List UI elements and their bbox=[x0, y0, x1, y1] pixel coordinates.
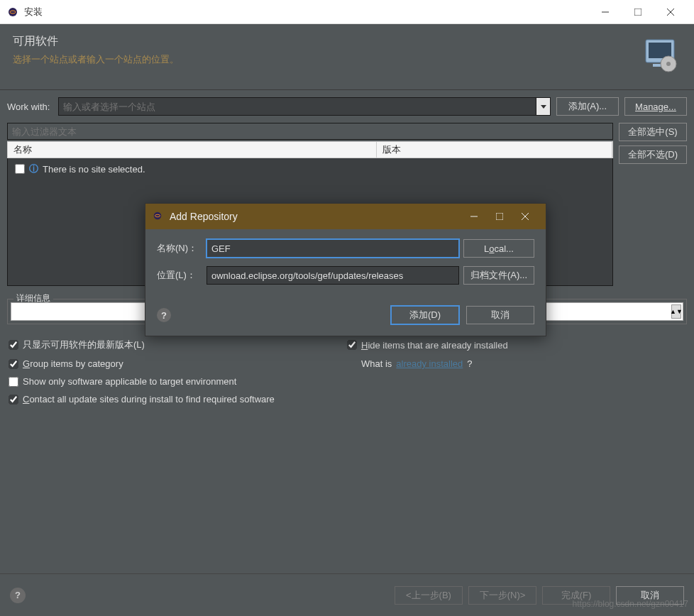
checkbox-input[interactable] bbox=[9, 395, 18, 405]
filter-input[interactable] bbox=[7, 123, 613, 140]
table-row: ⓘ There is no site selected. bbox=[13, 161, 607, 177]
header-subtitle: 选择一个站点或者输入一个站点的位置。 bbox=[13, 53, 179, 66]
cancel-button[interactable]: 取消 bbox=[616, 586, 684, 605]
dialog-close-button[interactable] bbox=[522, 213, 536, 220]
dialog-titlebar[interactable]: Add Repository bbox=[145, 204, 546, 229]
row-checkbox[interactable] bbox=[15, 164, 25, 174]
details-updown[interactable]: ▲▼ bbox=[671, 304, 681, 319]
window-title: 安装 bbox=[24, 6, 589, 18]
add-button[interactable]: 添加(A)... bbox=[556, 97, 619, 116]
archive-button[interactable]: 归档文件(A)... bbox=[463, 266, 534, 285]
checkbox-input[interactable] bbox=[9, 377, 18, 387]
dialog-minimize-button[interactable] bbox=[470, 213, 485, 220]
work-with-dropdown-button[interactable] bbox=[536, 97, 551, 116]
info-icon: ⓘ bbox=[29, 163, 38, 175]
help-button[interactable]: ? bbox=[10, 588, 26, 603]
titlebar: 安装 bbox=[0, 0, 694, 24]
dialog-maximize-button[interactable] bbox=[496, 213, 510, 220]
svg-point-10 bbox=[666, 62, 671, 66]
checkbox-group-by-category[interactable]: Group items by category bbox=[9, 358, 347, 369]
manage-button[interactable]: Manage... bbox=[624, 97, 687, 116]
deselect-all-button[interactable]: 全部不选(D) bbox=[619, 145, 687, 164]
already-installed-link[interactable]: already installed bbox=[396, 358, 463, 369]
dialog-location-label: 位置(L)： bbox=[157, 269, 202, 282]
checkbox-input[interactable] bbox=[347, 340, 357, 350]
add-repository-dialog: Add Repository 名称(N)： Local... 位置(L)： 归档… bbox=[145, 203, 546, 336]
eclipse-icon bbox=[153, 211, 164, 222]
dialog-title: Add Repository bbox=[170, 211, 470, 222]
select-all-button[interactable]: 全部选中(S) bbox=[619, 123, 687, 141]
maximize-button[interactable] bbox=[622, 1, 654, 23]
checkbox-latest-only[interactable]: 只显示可用软件的最新版本(L) bbox=[9, 339, 347, 351]
wizard-footer: ? <上一步(B) 下一步(N)> 完成(F) 取消 bbox=[0, 573, 694, 616]
work-with-combo[interactable] bbox=[58, 97, 551, 116]
checkbox-input[interactable] bbox=[9, 340, 18, 350]
svg-rect-15 bbox=[496, 213, 503, 220]
finish-button: 完成(F) bbox=[542, 586, 610, 605]
svg-rect-3 bbox=[634, 9, 641, 16]
work-with-row: Work with: 添加(A)... Manage... bbox=[7, 97, 687, 116]
dialog-location-input[interactable] bbox=[206, 266, 459, 285]
checkbox-contact-sites[interactable]: Contact all update sites during install … bbox=[9, 394, 685, 405]
column-version[interactable]: 版本 bbox=[377, 142, 612, 158]
dialog-name-input[interactable] bbox=[206, 239, 459, 258]
header-title: 可用软件 bbox=[13, 34, 179, 49]
dialog-cancel-button[interactable]: 取消 bbox=[466, 306, 534, 324]
checkbox-target-env[interactable]: Show only software applicable to target … bbox=[9, 376, 347, 387]
table-header: 名称 版本 bbox=[7, 141, 613, 158]
column-name[interactable]: 名称 bbox=[8, 142, 377, 158]
dialog-add-button[interactable]: 添加(D) bbox=[391, 306, 459, 324]
next-button: 下一步(N)> bbox=[468, 586, 536, 605]
already-installed-hint: What is already installed ? bbox=[347, 358, 685, 369]
svg-marker-11 bbox=[541, 105, 546, 109]
local-button[interactable]: Local... bbox=[463, 239, 534, 258]
dialog-name-label: 名称(N)： bbox=[157, 242, 202, 255]
back-button: <上一步(B) bbox=[395, 586, 463, 605]
work-with-input[interactable] bbox=[58, 97, 536, 116]
dialog-help-button[interactable]: ? bbox=[157, 308, 171, 322]
empty-message: There is no site selected. bbox=[43, 164, 145, 175]
checkbox-input[interactable] bbox=[9, 359, 18, 369]
work-with-label: Work with: bbox=[7, 101, 53, 112]
minimize-button[interactable] bbox=[589, 1, 622, 23]
close-button[interactable] bbox=[654, 1, 687, 23]
install-wizard-icon bbox=[639, 34, 681, 77]
header: 可用软件 选择一个站点或者输入一个站点的位置。 bbox=[0, 24, 694, 90]
checkbox-hide-installed[interactable]: Hide items that are already installed bbox=[347, 339, 685, 351]
window-controls bbox=[589, 1, 687, 23]
eclipse-icon bbox=[7, 6, 18, 18]
